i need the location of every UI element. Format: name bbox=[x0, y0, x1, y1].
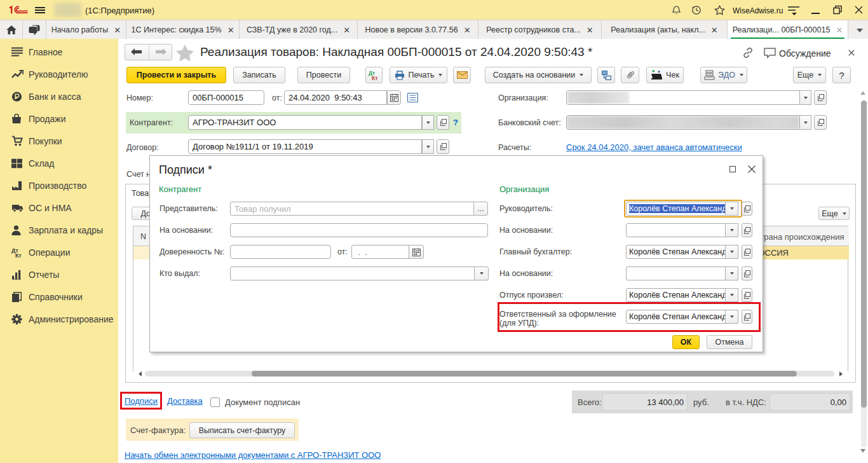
svg-text:Кт: Кт bbox=[372, 75, 377, 81]
svg-text:Кт: Кт bbox=[15, 252, 22, 258]
